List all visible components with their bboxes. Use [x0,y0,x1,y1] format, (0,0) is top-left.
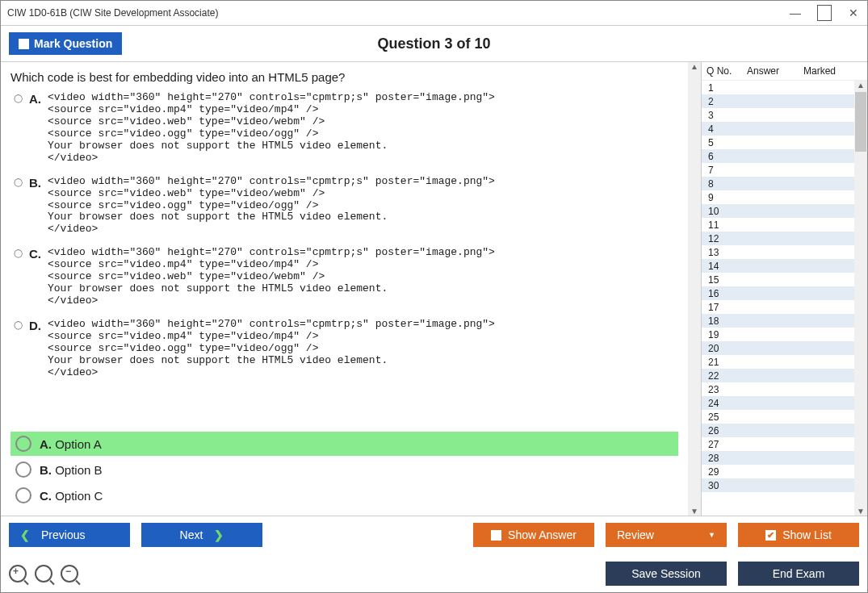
next-label: Next [180,528,203,541]
radio-icon: ◯ [14,177,23,186]
question-list-rows: 1234567891011121314151617181920212223242… [702,81,867,516]
zoom-tools [9,565,78,583]
zoom-out-icon[interactable] [61,565,78,583]
radio-icon [15,461,31,478]
col-answer: Answer [747,65,803,77]
question-counter: Question 3 of 10 [377,35,490,52]
answer-label: A. Option A [40,437,102,451]
option-letter: A. [29,92,41,106]
answer-list: A. Option AB. Option BC. Option C [1,432,688,516]
question-list-row[interactable]: 16 [702,286,867,300]
chevron-right-icon: ❯ [214,528,224,541]
answer-label: C. Option C [40,489,103,503]
question-list-row[interactable]: 20 [702,341,867,355]
answer-label: B. Option B [40,463,103,477]
show-answer-label: Show Answer [508,528,577,541]
question-list-row[interactable]: 5 [702,136,867,149]
scroll-down-icon[interactable]: ▼ [690,507,698,516]
footer-row-1: ❮ Previous Next ❯ Show Answer Review ▼ ✔… [1,516,867,553]
question-list-row[interactable]: 15 [702,273,867,286]
question-list-row[interactable]: 23 [702,382,867,396]
answer-option[interactable]: A. Option A [10,432,678,456]
end-exam-button[interactable]: End Exam [738,562,859,586]
question-list-row[interactable]: 1 [702,81,867,94]
left-scrollbar[interactable]: ▲ ▼ [688,62,701,516]
show-list-button[interactable]: ✔ Show List [738,523,859,547]
question-list-row[interactable]: 28 [702,451,867,465]
answer-option[interactable]: B. Option B [10,457,678,482]
question-list-row[interactable]: 12 [702,232,867,245]
question-list-row[interactable]: 29 [702,465,867,478]
question-list-row[interactable]: 11 [702,218,867,232]
question-list-row[interactable]: 25 [702,410,867,424]
col-qno: Q No. [703,65,747,77]
minimize-icon[interactable]: — [788,6,803,20]
option-letter: D. [29,319,41,332]
option-letter: B. [29,176,41,190]
close-icon[interactable]: ✕ [846,6,861,20]
radio-icon [15,436,31,452]
question-list-row[interactable]: 4 [702,122,867,136]
previous-label: Previous [41,528,85,541]
question-list-row[interactable]: 30 [702,478,867,492]
question-list-row[interactable]: 14 [702,259,867,273]
scroll-down-icon[interactable]: ▼ [857,507,865,516]
option-code: <video width="360" height="270" controls… [48,176,495,236]
footer: ❮ Previous Next ❯ Show Answer Review ▼ ✔… [1,516,867,592]
checkbox-icon [491,530,501,541]
option-code: <video width="360" height="270" controls… [48,247,495,307]
scroll-up-icon[interactable]: ▲ [690,62,698,71]
window-controls: — ✕ [788,6,861,20]
zoom-reset-icon[interactable] [35,565,52,583]
answer-option[interactable]: C. Option C [10,483,678,507]
option-code: <video width="360" height="270" controls… [48,92,495,165]
question-list-row[interactable]: 26 [702,424,867,437]
question-list-row[interactable]: 10 [702,204,867,218]
question-list-row[interactable]: 3 [702,108,867,122]
question-list-panel: Q No. Answer Marked 12345678910111213141… [701,62,867,516]
question-list-header: Q No. Answer Marked [702,62,867,81]
zoom-in-icon[interactable] [9,565,27,583]
code-option[interactable]: ◯C.<video width="360" height="270" contr… [10,247,678,307]
question-list-row[interactable]: 24 [702,396,867,410]
question-list-row[interactable]: 13 [702,245,867,259]
show-answer-button[interactable]: Show Answer [473,523,594,547]
code-option[interactable]: ◯B.<video width="360" height="270" contr… [10,176,678,236]
maximize-icon[interactable] [817,6,832,20]
question-list-row[interactable]: 27 [702,437,867,451]
question-list-row[interactable]: 18 [702,314,867,328]
previous-button[interactable]: ❮ Previous [9,523,130,547]
radio-icon: ◯ [14,94,23,102]
save-session-button[interactable]: Save Session [606,562,727,586]
question-list-row[interactable]: 8 [702,177,867,190]
checkbox-icon [19,39,29,49]
header-row: Mark Question Question 3 of 10 [1,26,867,62]
show-list-label: Show List [782,528,832,541]
mark-question-button[interactable]: Mark Question [9,32,122,55]
question-list-row[interactable]: 9 [702,190,867,204]
right-scrollbar[interactable]: ▲ ▼ [854,81,867,516]
question-list-row[interactable]: 6 [702,149,867,163]
mark-question-label: Mark Question [34,37,112,50]
review-button[interactable]: Review ▼ [606,523,727,547]
question-list-row[interactable]: 17 [702,300,867,314]
option-code: <video width="360" height="270" controls… [48,319,495,379]
question-list-row[interactable]: 7 [702,163,867,177]
next-button[interactable]: Next ❯ [141,523,262,547]
app-window: CIW 1D0-61B (CIW Site Development Associ… [0,0,868,593]
window-title: CIW 1D0-61B (CIW Site Development Associ… [7,7,218,19]
footer-row-2: Save Session End Exam [1,562,867,592]
question-list-row[interactable]: 19 [702,328,867,341]
radio-icon: ◯ [14,320,23,329]
end-exam-label: End Exam [773,567,825,580]
chevron-down-icon: ▼ [708,531,715,539]
question-list-row[interactable]: 2 [702,94,867,108]
scroll-up-icon[interactable]: ▲ [857,81,865,90]
checkbox-icon: ✔ [765,530,776,541]
code-option[interactable]: ◯A.<video width="360" height="270" contr… [10,92,678,165]
code-option[interactable]: ◯D.<video width="360" height="270" contr… [10,319,678,379]
scroll-thumb[interactable] [855,92,866,152]
question-list-row[interactable]: 21 [702,355,867,369]
question-list-row[interactable]: 22 [702,369,867,382]
option-letter: C. [29,247,41,261]
